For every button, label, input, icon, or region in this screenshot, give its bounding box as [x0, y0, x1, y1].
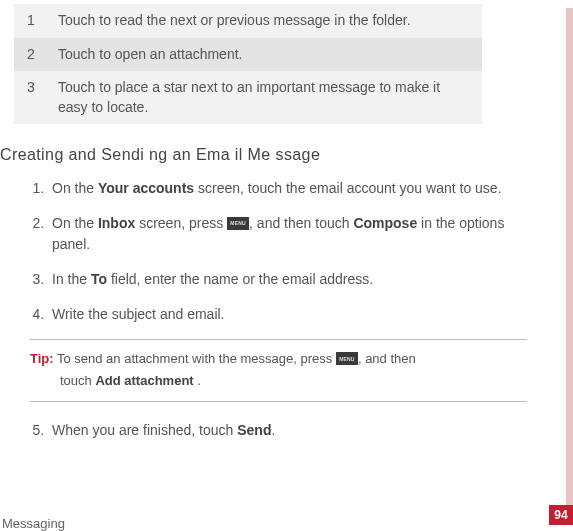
bold-text: Inbox: [98, 215, 135, 231]
text: screen, press: [135, 215, 227, 231]
steps-list: On the Your accounts screen, touch the e…: [0, 178, 549, 325]
tip-text: Tip: To send an attachment with the mess…: [30, 340, 527, 400]
bold-text: To: [91, 271, 107, 287]
text: To send an attachment with the message, …: [54, 351, 336, 366]
text: touch: [60, 373, 95, 388]
menu-icon: [336, 352, 358, 365]
step-1: On the Your accounts screen, touch the e…: [48, 178, 549, 199]
step-4: Write the subject and email.: [48, 304, 549, 325]
row-number: 3: [14, 71, 48, 124]
tip-label: Tip:: [30, 351, 54, 366]
text-indent: touch Add attachment .: [30, 370, 201, 392]
text: In the: [52, 271, 91, 287]
divider: [30, 401, 527, 402]
row-text: Touch to place a star next to an importa…: [48, 71, 482, 124]
text: .: [271, 422, 275, 438]
bold-text: Compose: [353, 215, 417, 231]
text: , and then: [358, 351, 416, 366]
row-number: 2: [14, 38, 48, 72]
footer-label: Messaging: [2, 516, 65, 531]
text: , and then touch: [249, 215, 353, 231]
text: field, enter the name or the email addre…: [107, 271, 373, 287]
row-number: 1: [14, 4, 48, 38]
row-text: Touch to open an attachment.: [48, 38, 482, 72]
table-row: 2 Touch to open an attachment.: [14, 38, 482, 72]
table-row: 1 Touch to read the next or previous mes…: [14, 4, 482, 38]
text: screen, touch the email account you want…: [194, 180, 501, 196]
step-5: When you are finished, touch Send.: [48, 420, 549, 441]
page-number: 94: [549, 505, 573, 525]
text: .: [194, 373, 201, 388]
bold-text: Add attachment: [95, 373, 193, 388]
row-text: Touch to read the next or previous messa…: [48, 4, 482, 38]
page-root: 1 Touch to read the next or previous mes…: [0, 4, 573, 531]
text: When you are finished, touch: [52, 422, 237, 438]
section-heading: Creating and Sendi ng an Ema il Me ssage: [0, 146, 549, 164]
bold-text: Your accounts: [98, 180, 194, 196]
menu-icon: [227, 217, 249, 230]
tip-block: Tip: To send an attachment with the mess…: [30, 339, 527, 401]
side-accent-bar: [566, 8, 573, 509]
step-3: In the To field, enter the name or the e…: [48, 269, 549, 290]
text: On the: [52, 215, 98, 231]
bold-text: Send: [237, 422, 271, 438]
table-row: 3 Touch to place a star next to an impor…: [14, 71, 482, 124]
step-2: On the Inbox screen, press , and then to…: [48, 213, 549, 255]
steps-list-cont: When you are finished, touch Send.: [0, 420, 549, 441]
text: On the: [52, 180, 98, 196]
action-table: 1 Touch to read the next or previous mes…: [14, 4, 482, 124]
content-area: 1 Touch to read the next or previous mes…: [0, 4, 573, 441]
